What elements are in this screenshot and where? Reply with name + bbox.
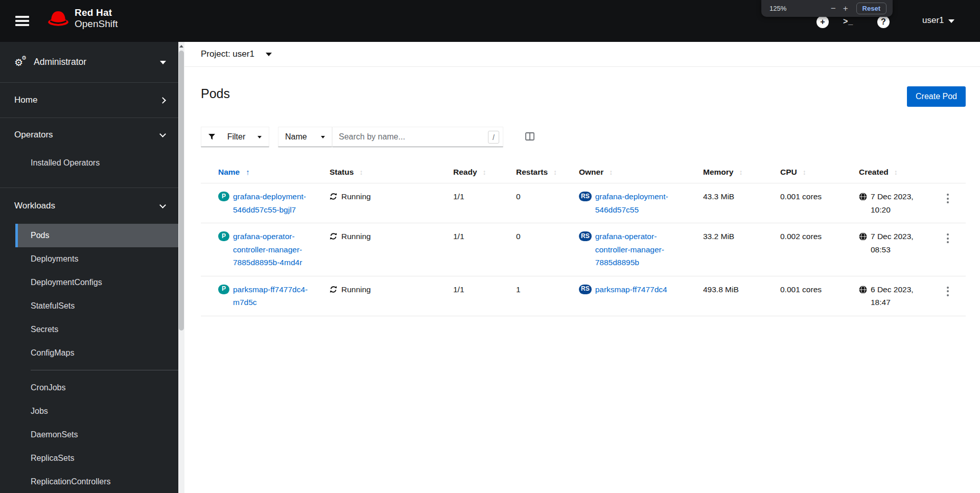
sidebar-item-label: Deployments: [31, 254, 78, 264]
sidebar-item-label: Secrets: [31, 325, 58, 334]
sidebar-item-cronjobs[interactable]: CronJobs: [15, 376, 178, 400]
pod-name-link[interactable]: grafana-deployment-546dd57c55-bgjl7: [233, 190, 314, 216]
column-header-cpu[interactable]: CPU: [780, 162, 859, 183]
status-text: Running: [341, 230, 371, 243]
caret-down-icon: [321, 136, 325, 138]
sort-icon: [483, 168, 486, 176]
zoom-reset-button[interactable]: Reset: [856, 3, 886, 14]
sort-ascending-icon: [246, 168, 250, 176]
brand-name: Red Hat: [75, 7, 118, 18]
column-header-owner[interactable]: Owner: [579, 162, 703, 183]
owner-link[interactable]: grafana-deployment-546dd57c55: [595, 190, 677, 216]
row-kebab-menu-button[interactable]: [943, 230, 953, 246]
status-text: Running: [341, 190, 371, 203]
scrollbar-up-button[interactable]: [178, 42, 184, 50]
sidebar-item-secrets[interactable]: Secrets: [15, 318, 178, 341]
command-line-terminal-icon[interactable]: [843, 17, 853, 26]
user-menu-dropdown[interactable]: user1: [922, 15, 954, 26]
zoom-out-button[interactable]: −: [831, 4, 836, 13]
sidebar-item-statefulsets[interactable]: StatefulSets: [15, 294, 178, 318]
filter-button-label: Filter: [227, 132, 246, 142]
search-attribute-select[interactable]: Name: [278, 127, 332, 147]
sort-icon: [553, 168, 557, 176]
column-header-memory[interactable]: Memory: [703, 162, 780, 183]
search-input[interactable]: [332, 127, 503, 147]
sidebar-item-home[interactable]: Home: [0, 83, 178, 118]
column-header-status[interactable]: Status: [330, 162, 453, 183]
sidebar-item-replicasets[interactable]: ReplicaSets: [15, 447, 178, 470]
created-timestamp: 7 Dec 2023, 10:20: [871, 190, 922, 216]
manage-columns-button[interactable]: [524, 131, 535, 143]
owner-link[interactable]: grafana-operator-controller-manager-7885…: [595, 230, 677, 269]
sidebar-item-label: ReplicationControllers: [31, 477, 111, 486]
sidebar-item-label: StatefulSets: [31, 301, 75, 311]
filter-dropdown-button[interactable]: Filter: [201, 127, 269, 147]
replicaset-kind-badge: RS: [579, 192, 592, 201]
chevron-down-icon: [159, 131, 166, 137]
sidebar-item-label: Home: [14, 95, 37, 105]
redhat-openshift-logo[interactable]: Red Hat OpenShift: [47, 7, 118, 30]
create-pod-button[interactable]: Create Pod: [907, 86, 966, 107]
memory-value: 43.3 MiB: [703, 192, 734, 201]
zoom-in-button[interactable]: +: [843, 4, 848, 13]
memory-value: 493.8 MiB: [703, 285, 739, 294]
column-header-actions: [943, 162, 966, 183]
timestamp-globe-icon: [859, 193, 867, 201]
help-question-icon[interactable]: ?: [877, 16, 890, 28]
sidebar-item-replicationcontrollers[interactable]: ReplicationControllers: [15, 470, 178, 493]
owner-link[interactable]: parksmap-ff7477dc4: [595, 283, 667, 296]
zoom-level-value: 125%: [769, 5, 786, 12]
sidebar-group-operators: Operators Installed Operators: [0, 118, 178, 188]
sidebar-item-label: Installed Operators: [31, 158, 100, 168]
sidebar-item-operators[interactable]: Operators: [0, 118, 178, 152]
sidebar-item-deployments[interactable]: Deployments: [15, 247, 178, 271]
scrollbar-thumb[interactable]: [179, 51, 184, 331]
caret-down-icon: [160, 61, 166, 64]
ready-count: 1/1: [453, 232, 464, 241]
restarts-count: 1: [516, 285, 521, 294]
page-title: Pods: [201, 86, 230, 101]
perspective-switcher[interactable]: ⚙⚙ Administrator: [0, 42, 178, 83]
sidebar-item-label: Pods: [31, 231, 49, 240]
sidebar-item-configmaps[interactable]: ConfigMaps: [15, 341, 178, 365]
sidebar-item-pods[interactable]: Pods: [15, 224, 178, 247]
filter-funnel-icon: [208, 134, 215, 140]
restarts-count: 0: [516, 232, 521, 241]
chevron-down-icon: [159, 202, 166, 208]
redhat-fedora-icon: [47, 9, 69, 28]
timestamp-globe-icon: [859, 286, 867, 294]
row-kebab-menu-button[interactable]: [943, 284, 953, 299]
pod-name-link[interactable]: parksmap-ff7477dc4-m7d5c: [233, 283, 314, 309]
pod-kind-badge: P: [218, 231, 229, 241]
sort-icon: [803, 168, 806, 176]
sort-icon: [359, 168, 363, 176]
status-text: Running: [341, 283, 371, 296]
sidebar-item-deploymentconfigs[interactable]: DeploymentConfigs: [15, 271, 178, 294]
vertical-scrollbar[interactable]: [178, 42, 184, 493]
project-selector-dropdown[interactable]: Project: user1: [201, 49, 272, 59]
ready-count: 1/1: [453, 192, 464, 201]
quick-create-plus-icon[interactable]: +: [816, 16, 829, 28]
sidebar-item-label: DaemonSets: [31, 430, 78, 439]
search-field-wrapper: /: [332, 127, 503, 147]
memory-value: 33.2 MiB: [703, 232, 734, 241]
column-header-restarts[interactable]: Restarts: [516, 162, 579, 183]
sidebar-item-jobs[interactable]: Jobs: [15, 400, 178, 423]
column-header-ready[interactable]: Ready: [453, 162, 516, 183]
caret-down-icon: [258, 136, 262, 138]
row-kebab-menu-button[interactable]: [943, 191, 953, 206]
sidebar-item-daemonsets[interactable]: DaemonSets: [15, 423, 178, 447]
sidebar-item-workloads[interactable]: Workloads: [0, 188, 178, 224]
column-header-name[interactable]: Name: [201, 162, 330, 183]
sidebar-item-installed-operators[interactable]: Installed Operators: [15, 152, 178, 174]
sidebar-group-workloads: Workloads Pods Deployments DeploymentCon…: [0, 188, 178, 493]
column-header-created[interactable]: Created: [859, 162, 943, 183]
columns-icon: [525, 132, 534, 140]
caret-down-icon: [266, 53, 272, 56]
pod-name-link[interactable]: grafana-operator-controller-manager-7885…: [233, 230, 314, 269]
sidebar-item-label: Workloads: [14, 201, 55, 211]
cpu-value: 0.001 cores: [780, 192, 822, 201]
sidebar-item-label: Operators: [14, 130, 53, 140]
hamburger-menu-icon[interactable]: [15, 16, 29, 26]
chevron-right-icon: [159, 97, 166, 104]
